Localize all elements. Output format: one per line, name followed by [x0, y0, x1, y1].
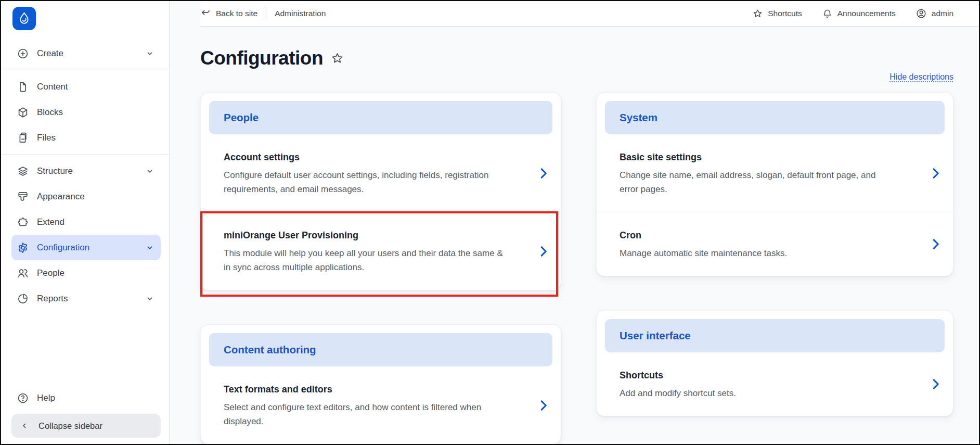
- chevron-right-icon: [540, 246, 547, 257]
- sidebar-nav: Create Content Blocks Files Structure: [11, 41, 161, 311]
- sidebar-item-content[interactable]: Content: [11, 74, 161, 99]
- page-icon: [17, 81, 29, 93]
- card-system-header: System: [605, 101, 945, 134]
- config-item-title: Shortcuts: [620, 370, 896, 381]
- chevron-right-icon: [540, 400, 547, 411]
- config-item-title: Text formats and editors: [224, 384, 504, 395]
- config-item-miniorange-user-provisioning[interactable]: miniOrange User Provisioning This module…: [201, 212, 561, 290]
- breadcrumb-administration[interactable]: Administration: [275, 9, 326, 18]
- collapse-sidebar-button[interactable]: Collapse sidebar: [11, 414, 161, 438]
- drupal-drop-icon: [17, 11, 31, 26]
- sidebar: Create Content Blocks Files Structure: [1, 1, 170, 444]
- chevron-down-icon: [144, 166, 156, 177]
- topbar-left: Back to site Administration: [200, 7, 326, 20]
- puzzle-icon: [17, 216, 29, 228]
- sidebar-item-files[interactable]: Files: [11, 125, 161, 150]
- config-item-title: Basic site settings: [620, 152, 896, 163]
- config-item-description: Manage automatic site maintenance tasks.: [620, 246, 896, 260]
- chevron-down-icon: [144, 293, 156, 304]
- card-title: Content authoring: [224, 344, 316, 355]
- main-area: Back to site Administration Shortcuts An…: [170, 1, 979, 444]
- sidebar-spacer: [11, 311, 161, 385]
- breadcrumb-label: Administration: [275, 9, 326, 18]
- config-item-title: Cron: [620, 230, 896, 241]
- back-arrow-icon: [200, 8, 211, 19]
- sidebar-item-label: Help: [37, 393, 55, 403]
- user-label: admin: [932, 9, 953, 18]
- sidebar-item-create[interactable]: Create: [11, 41, 161, 66]
- sidebar-item-help[interactable]: Help: [11, 385, 161, 411]
- drupal-logo[interactable]: [12, 7, 36, 30]
- users-icon: [17, 267, 29, 279]
- config-item-account-settings[interactable]: Account settings Configure default user …: [201, 134, 561, 212]
- config-item-description: Configure default user account settings,…: [224, 168, 504, 196]
- config-item-description: Add and modify shortcut sets.: [620, 386, 896, 400]
- sidebar-item-label: Appearance: [37, 192, 85, 202]
- page-title: Configuration: [200, 47, 323, 69]
- card-user-interface-header: User interface: [605, 319, 945, 352]
- back-to-site-label: Back to site: [216, 9, 257, 18]
- sidebar-item-label: People: [37, 268, 65, 278]
- sidebar-item-configuration[interactable]: Configuration: [11, 235, 161, 260]
- sidebar-item-extend[interactable]: Extend: [11, 209, 161, 235]
- topbar-right: Shortcuts Announcements admin: [732, 8, 953, 19]
- sidebar-item-label: Create: [37, 48, 63, 59]
- config-item-title: Account settings: [224, 152, 504, 163]
- config-item-description: Change site name, email address, slogan,…: [620, 168, 896, 196]
- documents-icon: [17, 132, 29, 144]
- sidebar-item-appearance[interactable]: Appearance: [11, 184, 161, 209]
- config-item-text-formats-and-editors[interactable]: Text formats and editors Select and conf…: [201, 366, 561, 444]
- cube-icon: [17, 106, 29, 119]
- card-title: User interface: [620, 329, 691, 341]
- chevron-right-icon: [933, 378, 939, 390]
- user-circle-icon: [915, 8, 927, 19]
- config-item-title: miniOrange User Provisioning: [224, 230, 504, 241]
- config-columns: People Account settings Configure defaul…: [170, 82, 979, 444]
- sidebar-item-blocks[interactable]: Blocks: [11, 99, 161, 125]
- sidebar-item-reports[interactable]: Reports: [11, 286, 161, 311]
- config-item-description: Select and configure text editors, and h…: [224, 400, 504, 428]
- config-item-cron[interactable]: Cron Manage automatic site maintenance t…: [597, 212, 953, 276]
- sidebar-item-label: Blocks: [37, 107, 63, 118]
- left-column: People Account settings Configure defaul…: [200, 92, 561, 444]
- card-content-authoring: Content authoring Text formats and edito…: [200, 324, 561, 444]
- help-icon: [17, 392, 29, 404]
- back-to-site-link[interactable]: Back to site: [200, 8, 257, 19]
- right-column: System Basic site settings Change site n…: [596, 92, 953, 444]
- announcements-link[interactable]: Announcements: [822, 8, 896, 19]
- toolbar-row: Hide descriptions: [170, 69, 979, 82]
- chevron-down-icon: [144, 242, 156, 253]
- sidebar-item-label: Content: [37, 82, 68, 92]
- card-people: People Account settings Configure defaul…: [200, 92, 561, 290]
- collapse-sidebar-label: Collapse sidebar: [38, 421, 102, 431]
- config-item-basic-site-settings[interactable]: Basic site settings Change site name, em…: [597, 134, 953, 212]
- card-title: People: [224, 111, 259, 123]
- chevron-left-icon: [19, 421, 30, 431]
- paint-tool-icon: [17, 190, 29, 203]
- bell-icon: [822, 8, 833, 19]
- card-title: System: [620, 111, 657, 123]
- gear-icon: [17, 241, 29, 254]
- config-item-description: This module will help you keep all your …: [224, 246, 504, 274]
- card-user-interface: User interface Shortcuts Add and modify …: [596, 310, 953, 416]
- topbar: Back to site Administration Shortcuts An…: [200, 1, 979, 27]
- sidebar-item-label: Files: [37, 133, 56, 143]
- topbar-divider: [266, 7, 266, 20]
- hide-descriptions-link[interactable]: Hide descriptions: [889, 72, 953, 82]
- sidebar-item-label: Structure: [37, 166, 73, 176]
- config-item-shortcuts[interactable]: Shortcuts Add and modify shortcut sets.: [597, 352, 953, 416]
- chevron-right-icon: [933, 238, 939, 250]
- bookmark-star-icon[interactable]: [330, 52, 344, 66]
- sidebar-item-people[interactable]: People: [11, 260, 161, 286]
- sidebar-item-label: Configuration: [37, 243, 89, 253]
- layers-icon: [17, 165, 29, 177]
- pie-chart-icon: [17, 293, 29, 305]
- sidebar-divider: [1, 154, 169, 155]
- page-header: Configuration: [170, 27, 979, 69]
- card-people-header: People: [209, 101, 552, 134]
- shortcuts-link[interactable]: Shortcuts: [752, 8, 802, 19]
- chevron-down-icon: [144, 48, 156, 59]
- app-window: Create Content Blocks Files Structure: [0, 0, 980, 445]
- sidebar-item-structure[interactable]: Structure: [11, 158, 161, 184]
- user-menu[interactable]: admin: [915, 8, 953, 19]
